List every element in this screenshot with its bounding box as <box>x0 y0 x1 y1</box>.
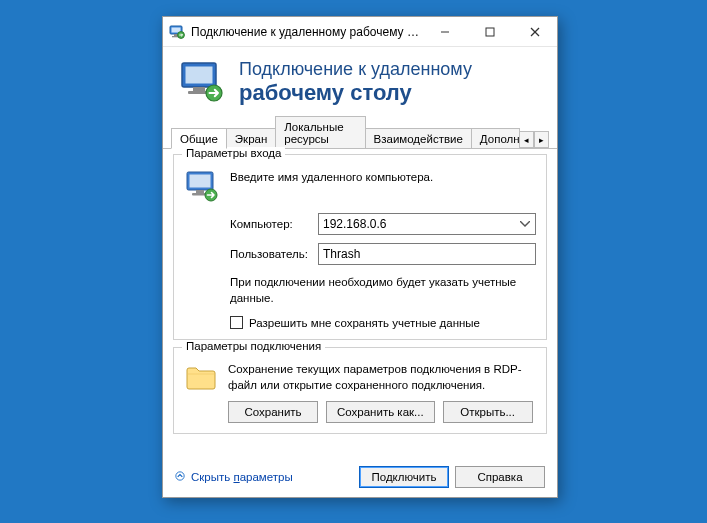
login-instruction: Введите имя удаленного компьютера. <box>230 169 433 205</box>
tab-scroll-group: ◂ ▸ <box>519 131 549 148</box>
dialog-heading: Подключение к удаленному рабочему столу <box>239 59 472 105</box>
tab-scroll-right[interactable]: ▸ <box>534 131 549 148</box>
login-parameters-group: Параметры входа Введите имя удаленного к… <box>173 154 547 340</box>
maximize-button[interactable] <box>467 17 512 46</box>
tab-scroll-left[interactable]: ◂ <box>519 131 534 148</box>
window-buttons <box>422 17 557 46</box>
credentials-hint: При подключении необходимо будет указать… <box>230 275 536 306</box>
save-credentials-row: Разрешить мне сохранять учетные данные <box>230 316 536 329</box>
login-instruction-row: Введите имя удаленного компьютера. <box>184 169 536 205</box>
collapse-icon[interactable] <box>175 470 185 484</box>
computer-field[interactable]: 192.168.0.6 <box>318 213 536 235</box>
save-button[interactable]: Сохранить <box>228 401 318 423</box>
svg-point-19 <box>176 472 184 480</box>
computer-icon <box>184 169 220 205</box>
conn-description: Сохранение текущих параметров подключени… <box>228 362 536 393</box>
user-label: Пользователь: <box>230 248 310 260</box>
svg-rect-15 <box>190 175 211 188</box>
svg-rect-10 <box>186 67 213 84</box>
computer-row: Компьютер: 192.168.0.6 <box>184 213 536 235</box>
tab-local-resources[interactable]: Локальные ресурсы <box>275 116 365 148</box>
open-button[interactable]: Открыть... <box>443 401 533 423</box>
save-as-button[interactable]: Сохранить как... <box>326 401 435 423</box>
computer-label: Компьютер: <box>230 218 310 230</box>
save-credentials-checkbox[interactable] <box>230 316 243 329</box>
window-title: Подключение к удаленному рабочему с... <box>191 25 422 39</box>
hide-parameters-link[interactable]: Скрыть параметры <box>191 471 293 483</box>
help-button[interactable]: Справка <box>455 466 545 488</box>
tab-display[interactable]: Экран <box>226 128 276 148</box>
svg-rect-6 <box>486 28 494 36</box>
connect-button[interactable]: Подключить <box>359 466 449 488</box>
titlebar: Подключение к удаленному рабочему с... <box>163 17 557 47</box>
dialog-header: Подключение к удаленному рабочему столу <box>163 47 557 123</box>
svg-rect-16 <box>196 190 204 193</box>
connection-parameters-group: Параметры подключения Сохранение текущих… <box>173 347 547 434</box>
user-field[interactable] <box>318 243 536 265</box>
save-credentials-label: Разрешить мне сохранять учетные данные <box>249 317 480 329</box>
heading-line1: Подключение к удаленному <box>239 59 472 80</box>
tab-strip: Общие Экран Локальные ресурсы Взаимодейс… <box>163 123 557 149</box>
minimize-button[interactable] <box>422 17 467 46</box>
heading-line2: рабочему столу <box>239 80 472 105</box>
tab-general[interactable]: Общие <box>171 128 227 149</box>
conn-buttons-row: Сохранить Сохранить как... Открыть... <box>228 401 536 423</box>
user-row: Пользователь: <box>184 243 536 265</box>
folder-icon <box>184 362 218 392</box>
conn-group-legend: Параметры подключения <box>182 340 325 352</box>
rdc-icon <box>179 59 225 105</box>
rdc-dialog-window: Подключение к удаленному рабочему с... <box>162 16 558 498</box>
svg-rect-11 <box>193 87 205 91</box>
app-icon <box>169 24 185 40</box>
close-button[interactable] <box>512 17 557 46</box>
conn-description-row: Сохранение текущих параметров подключени… <box>184 362 536 393</box>
tab-advanced[interactable]: Дополни <box>471 128 520 148</box>
tab-experience[interactable]: Взаимодействие <box>365 128 472 148</box>
tab-content: Параметры входа Введите имя удаленного к… <box>163 149 557 457</box>
dialog-footer: Скрыть параметры Подключить Справка <box>163 457 557 497</box>
